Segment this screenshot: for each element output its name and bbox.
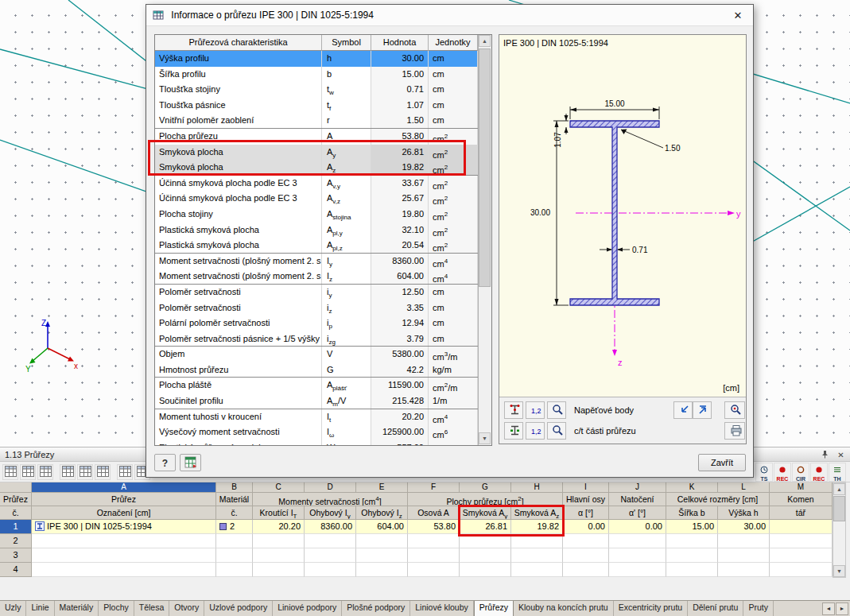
table-cell[interactable] [718,548,770,563]
record-toolbar-icon-ts[interactable]: TS [755,463,773,482]
unit-cell[interactable]: cm [429,51,478,67]
symbol-cell[interactable]: tf [322,98,371,114]
tab-klouby-na-konc-ch-prutu[interactable]: Klouby na koncích prutu [514,601,614,616]
table-cell[interactable] [770,548,833,563]
table-cell[interactable] [460,548,511,563]
tabs-scroll-right-icon[interactable]: ► [836,602,848,615]
unit-cell[interactable]: cm3/m [429,347,478,362]
table-cell[interactable] [356,534,408,548]
table-cell[interactable] [408,563,460,577]
characteristic-cell[interactable]: Objem [155,347,322,362]
pin-icon[interactable] [818,448,832,461]
symbol-cell[interactable]: Iz [322,269,371,284]
characteristic-cell[interactable]: Moment tuhosti v kroucení [155,409,322,425]
table-cell[interactable] [770,534,833,548]
column-letter-E[interactable]: E [356,482,408,493]
excel-export-icon[interactable] [180,454,201,471]
symbol-cell[interactable]: b [322,67,371,83]
table-cell[interactable] [32,534,216,548]
value-cell[interactable]: 25.67 [371,191,429,207]
characteristic-cell[interactable]: Výsečový moment setrvačnosti [155,424,322,440]
table-cell[interactable] [408,548,460,563]
column-letter-I[interactable]: I [563,482,609,493]
value-cell[interactable]: 11590.00 [371,378,429,393]
symbol-cell[interactable]: It [322,409,371,425]
dialog-close-icon[interactable]: ✕ [723,5,753,26]
symbol-cell[interactable]: Wy [322,440,371,446]
column-letter-D[interactable]: D [305,482,356,493]
unit-cell[interactable]: cm [429,300,478,316]
table-toolbar-icon[interactable] [60,464,76,480]
table-toolbar-icon[interactable] [2,464,18,480]
table-cell[interactable]: 0.00 [563,520,609,534]
print-graphic-icon[interactable] [724,422,745,440]
unit-cell[interactable]: cm [429,285,478,300]
characteristic-cell[interactable]: Součinitel profilu [155,393,322,409]
table-cell[interactable] [563,548,609,563]
unit-cell[interactable]: cm2 [429,238,478,253]
characteristic-cell[interactable]: Smyková plocha [155,160,322,175]
symbol-cell[interactable]: Astojina [322,207,371,223]
table-cell[interactable] [770,563,833,577]
tab-pruty[interactable]: Pruty [743,601,774,616]
stress-points-icon[interactable] [504,401,523,419]
table-cell[interactable] [253,534,305,548]
table-cell[interactable] [666,548,718,563]
tab-excentricity-prutu[interactable]: Excentricity prutu [614,601,689,616]
unit-cell[interactable]: cm4 [429,409,478,425]
symbol-cell[interactable]: G [322,362,371,378]
tab-materi-ly[interactable]: Materiály [55,601,99,616]
table-cell[interactable]: 604.00 [356,520,408,534]
symbol-cell[interactable]: Av,z [322,191,371,207]
characteristic-cell[interactable]: Tloušťka stojiny [155,82,322,98]
dialog-table-row[interactable]: Tloušťka pásnicetf1.07cm [155,98,478,114]
value-cell[interactable]: 3.35 [371,300,429,316]
characteristic-cell[interactable]: Plastická smyková plocha [155,223,322,238]
value-cell[interactable]: 12.94 [371,316,429,331]
panel-close-icon[interactable]: ✕ [834,448,848,461]
column-letter-G[interactable]: G [460,482,511,493]
value-cell[interactable]: 19.80 [371,207,429,223]
unit-cell[interactable]: cm [429,331,478,347]
characteristic-cell[interactable]: Účinná smyková plocha podle EC 3 [155,176,322,192]
column-letter-M[interactable]: M [770,482,833,493]
unit-cell[interactable]: cm2/m [429,378,478,393]
symbol-cell[interactable]: h [322,51,371,67]
characteristic-cell[interactable]: Účinná smyková plocha podle EC 3 [155,191,322,207]
column-letter-F[interactable]: F [408,482,460,493]
symbol-cell[interactable]: r [322,113,371,128]
table-cell[interactable]: 8360.00 [305,520,356,534]
table-cell[interactable] [511,548,563,563]
full-view-magnifier-icon[interactable] [724,401,745,419]
dialog-table-row[interactable]: Výsečový moment setrvačnostiIω125900.00c… [155,424,478,440]
row-number[interactable]: 3 [0,548,32,563]
tab-uzlov-podpory[interactable]: Uzlové podpory [204,601,273,616]
dialog-table-row[interactable]: Smyková plochaAy26.81cm2 [155,145,478,161]
characteristic-cell[interactable]: Hmotnost průřezu [155,362,322,378]
table-cell[interactable]: 19.82 [511,520,563,534]
table-cell[interactable] [408,534,460,548]
scroll-up-icon[interactable]: ▲ [479,35,491,47]
close-dialog-button[interactable]: Zavřít [698,454,746,471]
value-cell[interactable]: 32.10 [371,223,429,238]
tab-liniov-podpory[interactable]: Liniové podpory [273,601,342,616]
tab-d-len-prutu[interactable]: Dělení prutu [688,601,743,616]
table-cell[interactable]: 53.80 [408,520,460,534]
symbol-cell[interactable]: iz [322,300,371,316]
dialog-table-scrollbar[interactable]: ▲ ▼ [478,35,491,445]
ct-details-icon[interactable] [547,422,566,440]
value-cell[interactable]: 5380.00 [371,347,429,362]
symbol-cell[interactable]: Am/V [322,393,371,409]
table-cell[interactable] [770,520,833,534]
table-toolbar-icon[interactable] [117,464,133,480]
column-letter-B[interactable]: B [216,482,253,493]
table-cell[interactable] [305,548,356,563]
dialog-table-row[interactable]: Šířka profilub15.00cm [155,67,478,83]
value-cell[interactable]: 30.00 [371,51,429,67]
stress-point-numbering-icon[interactable]: 1,2 [526,401,545,419]
table-cell[interactable] [609,563,666,577]
unit-cell[interactable]: cm2 [429,223,478,238]
column-letter-C[interactable]: C [253,482,305,493]
value-cell[interactable]: 19.82 [371,160,429,175]
symbol-cell[interactable]: Aplášť [322,378,371,393]
